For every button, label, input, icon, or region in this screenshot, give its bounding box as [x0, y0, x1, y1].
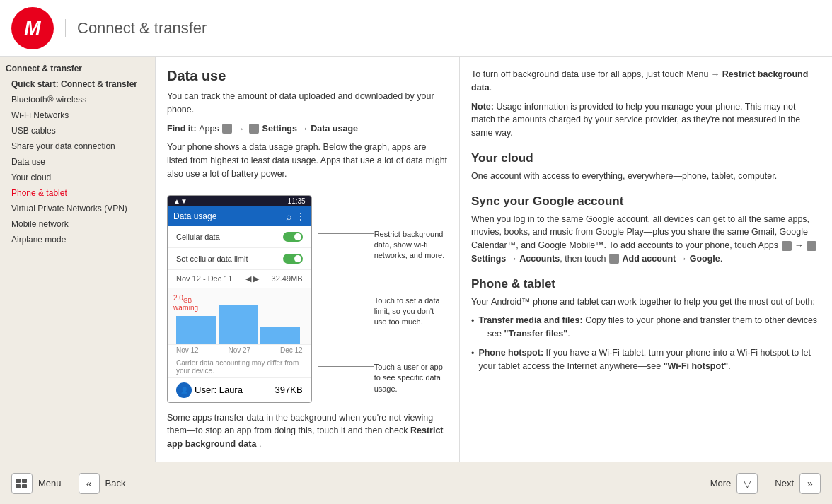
- intro-text: You can track the amount of data uploade…: [167, 90, 448, 117]
- menu-icon: [11, 473, 33, 494]
- find-it-text: Find it: Apps → Settings → Data usage: [167, 122, 448, 136]
- phone-user-row: 👤 User: Laura 397KB: [168, 378, 311, 402]
- data-amount: 32.49MB: [272, 274, 303, 283]
- callout-text-3: Touch a user or app to see specific data…: [374, 362, 448, 394]
- sidebar-item-share[interactable]: Share your data connection: [6, 139, 149, 154]
- callout-1: Restrict background data, show wi-fi net…: [318, 229, 448, 262]
- apps-icon-2: [782, 241, 792, 251]
- user-size: 397KB: [275, 385, 303, 395]
- next-button[interactable]: Next »: [775, 473, 821, 494]
- sidebar-item-phone-tablet[interactable]: Phone & tablet: [6, 185, 149, 201]
- sidebar-item-data-use[interactable]: Data use: [6, 154, 149, 170]
- footer: Menu « Back More ▽ Next »: [0, 462, 832, 504]
- next-icon: »: [799, 473, 821, 494]
- svg-rect-2: [16, 484, 21, 488]
- arrow-icon: →: [237, 124, 245, 133]
- chart-bar-2: [219, 305, 258, 344]
- phone-time: 11:35: [288, 197, 306, 205]
- more-label: More: [710, 478, 732, 488]
- settings-icon-2: [807, 241, 816, 251]
- data-use-title: Data use: [167, 68, 448, 84]
- bullet-1: • Transfer media and files: Copy files t…: [471, 314, 821, 341]
- chart-bar-1: [176, 316, 216, 344]
- bullet-dot-1: •: [471, 315, 474, 328]
- more-icon: ⋮: [296, 211, 306, 222]
- date-arrows: ◀ ▶: [245, 274, 259, 283]
- menu-grid-icon: [16, 479, 28, 488]
- limit-toggle[interactable]: [283, 254, 303, 264]
- middle-panel: Data use You can track the amount of dat…: [156, 57, 460, 462]
- svg-rect-0: [16, 479, 21, 483]
- content-area: Data use You can track the amount of dat…: [156, 57, 832, 462]
- phone-area: ▲▼ 11:35 Data usage ⌕ ⋮ Cellular data: [167, 187, 448, 411]
- date-label-3: Dec 12: [280, 346, 303, 354]
- sidebar-item-quick-start[interactable]: Quick start: Connect & transfer: [6, 76, 149, 92]
- phone-signal: ▲▼: [173, 197, 187, 205]
- find-it-label: Find it:: [167, 124, 199, 134]
- bullet-2-text: Phone hotspot: If you have a Wi-Fi table…: [478, 346, 821, 373]
- note-text: Note: Usage information is provided to h…: [471, 100, 821, 140]
- sidebar-item-vpn[interactable]: Virtual Private Networks (VPN): [6, 201, 149, 216]
- motorola-logo: M: [11, 7, 54, 49]
- svg-rect-3: [22, 484, 27, 488]
- user-avatar: 👤: [176, 382, 192, 398]
- phone-note: Carrier data accounting may differ from …: [168, 356, 311, 378]
- sidebar-item-usb[interactable]: USB cables: [6, 123, 149, 139]
- phone-header-label: Data usage: [173, 211, 216, 221]
- callout-line-1: [318, 233, 374, 234]
- bottom-text: Some apps transfer data in the backgroun…: [167, 411, 448, 451]
- sidebar: Connect & transfer Quick start: Connect …: [0, 57, 156, 462]
- sync-title: Sync your Google account: [471, 194, 821, 209]
- sync-text: When you log in to the same Google accou…: [471, 213, 821, 266]
- cellular-toggle[interactable]: [283, 232, 303, 242]
- note-label: Note:: [471, 102, 494, 112]
- sidebar-section-title: Connect & transfer: [6, 64, 149, 74]
- logo-letter: M: [24, 17, 40, 40]
- chart-bars: [168, 302, 311, 344]
- date-label-2: Nov 27: [228, 346, 250, 354]
- phone-status-bar: ▲▼ 11:35: [168, 196, 311, 206]
- phone-chart: 2.0GBwarning: [168, 288, 311, 345]
- svg-rect-1: [22, 479, 27, 483]
- bottom-text-2: .: [259, 439, 261, 449]
- back-button[interactable]: « Back: [79, 473, 126, 494]
- add-icon: [609, 254, 619, 264]
- callout-text-2: Touch to set a data limit, so you don't …: [374, 295, 448, 328]
- phone-row-cellular: Cellular data: [168, 226, 311, 248]
- date-label-1: Nov 12: [176, 346, 199, 354]
- phone-header-icons: ⌕ ⋮: [286, 211, 306, 222]
- callout-line-2: [318, 300, 374, 300]
- phone-date-labels: Nov 12 Nov 27 Dec 12: [168, 345, 311, 356]
- settings-icon: [249, 124, 259, 134]
- limit-label: Set cellular data limit: [176, 254, 248, 263]
- cellular-label: Cellular data: [176, 233, 220, 241]
- menu-button[interactable]: Menu: [11, 473, 62, 494]
- back-label: Back: [105, 478, 126, 488]
- user-label: User: Laura: [195, 385, 243, 395]
- phone-tablet-title: Phone & tablet: [471, 277, 821, 291]
- your-cloud-title: Your cloud: [471, 151, 821, 165]
- phone-row-limit: Set cellular data limit: [168, 248, 311, 270]
- bullet-dot-2: •: [471, 347, 474, 361]
- user-info: 👤 User: Laura: [176, 382, 243, 398]
- menu-label: Menu: [38, 478, 62, 488]
- main-layout: Connect & transfer Quick start: Connect …: [0, 57, 832, 462]
- phone-tablet-text: Your Android™ phone and tablet can work …: [471, 295, 821, 309]
- back-icon: «: [79, 473, 100, 494]
- next-label: Next: [775, 478, 794, 488]
- sidebar-item-your-cloud[interactable]: Your cloud: [6, 170, 149, 185]
- right-panel: To turn off background data use for all …: [460, 57, 832, 462]
- apps-icon: [222, 124, 232, 134]
- sidebar-item-bluetooth[interactable]: Bluetooth® wireless: [6, 92, 149, 107]
- bottom-text-1: Some apps transfer data in the backgroun…: [167, 413, 433, 436]
- search-icon: ⌕: [286, 211, 291, 222]
- sidebar-item-airplane[interactable]: Airplane mode: [6, 232, 149, 247]
- more-button[interactable]: More ▽: [710, 473, 758, 494]
- turn-off-text: To turn off background data use for all …: [471, 68, 821, 95]
- footer-left: Menu « Back: [11, 473, 125, 494]
- sidebar-item-wifi[interactable]: Wi-Fi Networks: [6, 107, 149, 123]
- callout-2: Touch to set a data limit, so you don't …: [318, 295, 448, 328]
- sidebar-item-mobile-network[interactable]: Mobile network: [6, 216, 149, 232]
- body-text: Your phone shows a data usage graph. Bel…: [167, 141, 448, 180]
- phone-header-bar: Data usage ⌕ ⋮: [168, 206, 311, 226]
